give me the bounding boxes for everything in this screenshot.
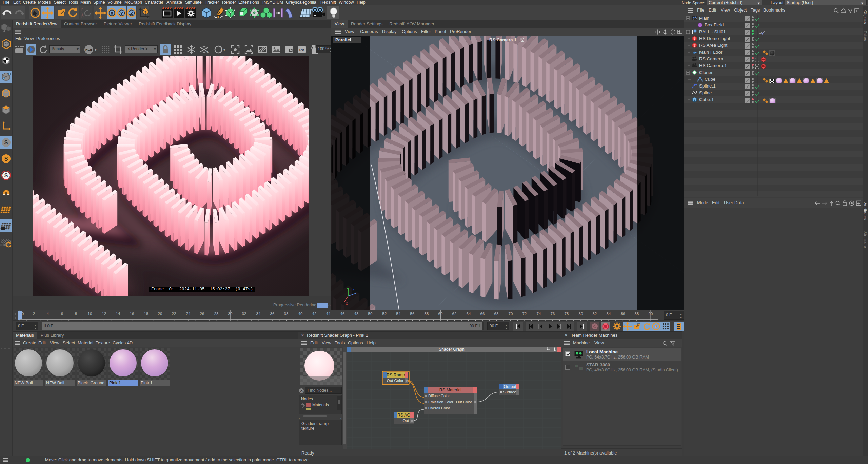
svg-text:S: S bbox=[4, 156, 8, 162]
svg-text:Overall Color: Overall Color bbox=[428, 406, 450, 410]
svg-text:Surface: Surface bbox=[503, 390, 516, 394]
svg-text:Z: Z bbox=[130, 10, 133, 16]
svg-text:RS AO: RS AO bbox=[397, 413, 410, 418]
svg-text:P: P bbox=[655, 324, 658, 329]
svg-text:Shader Graph: Shader Graph bbox=[439, 347, 464, 352]
svg-text:PV: PV bbox=[299, 48, 304, 52]
svg-text:Diffuse Color: Diffuse Color bbox=[428, 394, 450, 398]
svg-text:Z: Z bbox=[352, 288, 355, 292]
svg-text:Output: Output bbox=[504, 384, 516, 389]
svg-text:Out Color: Out Color bbox=[387, 379, 403, 383]
svg-text:X: X bbox=[110, 10, 114, 16]
svg-text:Y: Y bbox=[120, 10, 123, 16]
svg-text:S: S bbox=[4, 140, 8, 146]
svg-text:Out Color: Out Color bbox=[456, 400, 472, 404]
svg-text:X: X bbox=[346, 302, 348, 306]
svg-text:RS Material: RS Material bbox=[439, 388, 461, 392]
svg-text:Emission Color: Emission Color bbox=[428, 400, 453, 404]
svg-text:RS Ramp: RS Ramp bbox=[387, 373, 405, 378]
svg-text:R: R bbox=[81, 15, 84, 19]
svg-text:Y: Y bbox=[347, 287, 350, 291]
svg-text:Out: Out bbox=[402, 419, 409, 423]
svg-text:S: S bbox=[4, 173, 8, 178]
